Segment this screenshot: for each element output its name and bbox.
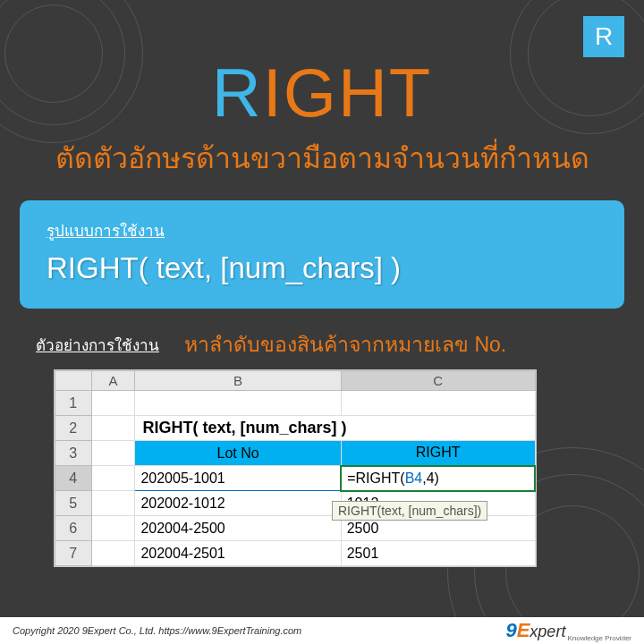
col-header-b[interactable]: B	[135, 371, 341, 391]
table-row: 4 202005-1001 =RIGHT(B4,4)	[55, 466, 536, 491]
cell[interactable]	[91, 541, 135, 566]
col-header-a[interactable]: A	[91, 371, 135, 391]
copyright-text: Copyright 2020 9Expert Co., Ltd. https:/…	[13, 625, 301, 636]
title-first-letter: R	[212, 55, 263, 131]
cell-lotno[interactable]: 202002-1012	[135, 491, 341, 516]
select-all-corner[interactable]	[55, 371, 92, 391]
row-header[interactable]: 6	[55, 516, 92, 541]
table-row: 7 202004-2501 2501	[55, 541, 536, 566]
example-description: หาลำดับของสินค้าจากหมายเลข No.	[184, 328, 506, 360]
cell-lotno[interactable]: 202004-2501	[135, 541, 341, 566]
row-header[interactable]: 7	[55, 541, 92, 566]
cell[interactable]	[91, 441, 135, 466]
cell-result[interactable]: 2501	[341, 541, 535, 566]
footer-logo: 9Expert Knowledge Provider	[505, 619, 631, 642]
sheet-title-cell[interactable]: RIGHT( text, [num_chars] )	[135, 416, 535, 441]
cell-lotno[interactable]: 202005-1001	[135, 466, 341, 491]
cell[interactable]	[135, 391, 341, 416]
syntax-text: RIGHT( text, [num_chars] )	[47, 251, 597, 285]
syntax-box: รูปแบบการใช้งาน RIGHT( text, [num_chars]…	[20, 200, 624, 309]
cell[interactable]	[341, 391, 535, 416]
cell[interactable]	[91, 391, 135, 416]
row-header[interactable]: 3	[55, 441, 92, 466]
col-header-row: A B C	[55, 371, 536, 391]
example-header: ตัวอย่างการใช้งาน หาลำดับของสินค้าจากหมา…	[36, 328, 617, 360]
cell[interactable]	[91, 466, 135, 491]
title-rest: IGHT	[263, 55, 433, 131]
table-header-lotno[interactable]: Lot No	[135, 441, 341, 466]
page-subtitle: ตัดตัวอักษรด้านขวามือตามจำนวนที่กำหนด	[0, 135, 644, 181]
table-row: 1	[55, 391, 536, 416]
page-title: RIGHT	[0, 54, 644, 131]
row-header[interactable]: 4	[55, 466, 92, 491]
row-header[interactable]: 2	[55, 416, 92, 441]
syntax-label: รูปแบบการใช้งาน	[47, 218, 597, 242]
row-header[interactable]: 5	[55, 491, 92, 516]
col-header-c[interactable]: C	[341, 371, 535, 391]
cell[interactable]	[91, 416, 135, 441]
excel-screenshot: A B C 1 2 RIGHT( text, [num_chars] ) 3 L…	[54, 369, 537, 567]
table-row: 2 RIGHT( text, [num_chars] )	[55, 416, 536, 441]
table-row: 3 Lot No RIGHT	[55, 441, 536, 466]
example-label: ตัวอย่างการใช้งาน	[36, 333, 159, 357]
formula-tooltip: RIGHT(text, [num_chars])	[332, 501, 487, 521]
table-header-right[interactable]: RIGHT	[341, 441, 535, 466]
function-badge: R	[583, 16, 624, 57]
active-formula-cell[interactable]: =RIGHT(B4,4)	[341, 466, 535, 491]
cell-lotno[interactable]: 202004-2500	[135, 516, 341, 541]
cell[interactable]	[91, 516, 135, 541]
footer: Copyright 2020 9Expert Co., Ltd. https:/…	[0, 617, 644, 644]
cell[interactable]	[91, 491, 135, 516]
row-header[interactable]: 1	[55, 391, 92, 416]
